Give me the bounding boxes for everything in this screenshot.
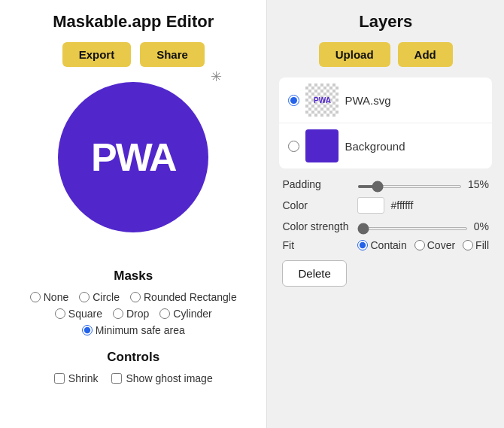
padding-slider-wrap: [357, 178, 461, 191]
controls-section: Controls Shrink Show ghost image: [15, 350, 251, 384]
shrink-control[interactable]: Shrink: [54, 372, 99, 384]
color-strength-label: Color strength: [282, 220, 357, 232]
app-title: Maskable.app Editor: [53, 12, 214, 32]
fit-row: Fit Contain Cover Fill: [282, 239, 489, 251]
fit-fill[interactable]: Fill: [463, 239, 489, 251]
layer-thumb-svg: PWA: [305, 83, 339, 117]
controls-options: Shrink Show ghost image: [54, 372, 213, 384]
fit-cover[interactable]: Cover: [414, 239, 455, 251]
icon-preview: PWA: [58, 82, 208, 232]
color-hex: #ffffff: [390, 199, 413, 211]
mask-cylinder[interactable]: Cylinder: [159, 308, 211, 320]
ghost-control[interactable]: Show ghost image: [111, 372, 212, 384]
layers-list: PWA PWA.svg Background: [279, 77, 492, 168]
masks-title: Masks: [114, 269, 153, 284]
color-strength-row: Color strength 0%: [282, 220, 489, 233]
upload-button[interactable]: Upload: [319, 42, 390, 67]
sun-icon: ✳: [211, 68, 222, 85]
color-label: Color: [282, 199, 357, 211]
layers-toolbar: Upload Add: [279, 42, 492, 67]
right-panel: Layers Upload Add PWA PWA.svg Background: [267, 0, 504, 428]
masks-section: Masks None Circle Rounded Rectangle Squa…: [15, 269, 251, 336]
mask-none[interactable]: None: [30, 291, 68, 303]
color-strength-slider[interactable]: [357, 227, 467, 230]
add-button[interactable]: Add: [398, 42, 453, 67]
layers-title: Layers: [279, 12, 492, 32]
share-button[interactable]: Share: [140, 42, 205, 67]
mask-options: None Circle Rounded Rectangle Square Dro…: [15, 291, 251, 336]
pwa-icon-text: PWA: [91, 135, 175, 180]
layer-name-svg: PWA.svg: [345, 94, 390, 107]
fit-contain[interactable]: Contain: [357, 239, 406, 251]
mask-minimum-safe-area[interactable]: Minimum safe area: [82, 324, 185, 336]
padding-row: Padding 15%: [282, 178, 489, 191]
padding-slider[interactable]: [357, 185, 461, 188]
mask-circle[interactable]: Circle: [79, 291, 120, 303]
layer-item-background[interactable]: Background: [279, 123, 492, 168]
fit-label: Fit: [282, 239, 357, 251]
color-strength-value: 0%: [474, 220, 489, 232]
layer-radio-svg[interactable]: [288, 95, 299, 106]
properties-panel: Padding 15% Color #ffffff Color strength…: [279, 178, 492, 287]
controls-title: Controls: [107, 350, 159, 365]
layer-thumb-background: [305, 129, 339, 162]
layer-name-background: Background: [345, 140, 405, 153]
layer-item-svg[interactable]: PWA PWA.svg: [279, 77, 492, 123]
fit-options: Contain Cover Fill: [357, 239, 489, 251]
mask-drop[interactable]: Drop: [113, 308, 149, 320]
delete-button[interactable]: Delete: [282, 260, 346, 287]
left-panel: Maskable.app Editor Export Share ✳ PWA M…: [0, 0, 267, 428]
color-row: Color #ffffff: [282, 197, 489, 214]
export-button[interactable]: Export: [62, 42, 132, 67]
padding-value: 15%: [468, 178, 489, 190]
mask-rounded-rectangle[interactable]: Rounded Rectangle: [130, 291, 237, 303]
toolbar: Export Share: [62, 42, 205, 67]
layer-radio-background[interactable]: [288, 141, 299, 152]
mask-square[interactable]: Square: [55, 308, 102, 320]
color-strength-slider-wrap: [357, 220, 467, 233]
padding-label: Padding: [282, 178, 357, 190]
color-swatch[interactable]: [357, 197, 384, 214]
